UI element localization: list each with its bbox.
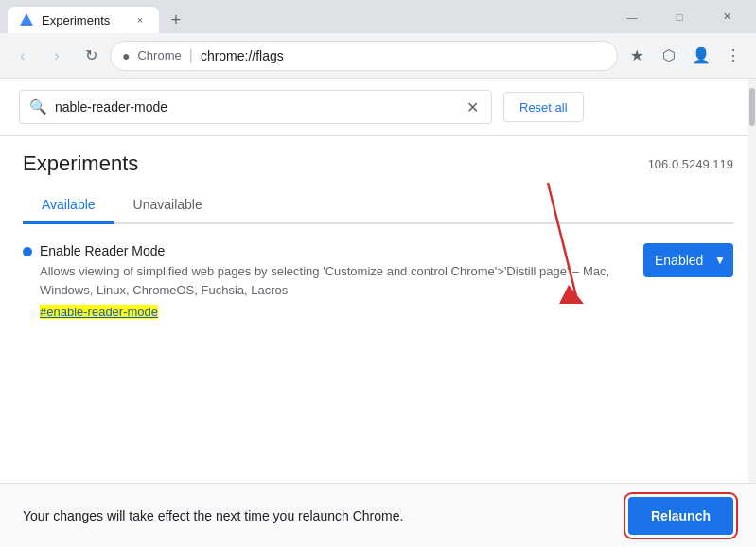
chrome-label: Chrome bbox=[137, 48, 181, 62]
separator: | bbox=[189, 47, 193, 64]
experiments-header: Experiments 106.0.5249.119 bbox=[0, 136, 756, 176]
search-icon: 🔍 bbox=[29, 98, 47, 115]
flag-status-select[interactable]: Default Enabled Disabled bbox=[643, 243, 733, 277]
tab-bar: Experiments × + bbox=[8, 0, 610, 33]
title-bar: Experiments × + — □ ✕ bbox=[0, 0, 756, 33]
back-button[interactable]: ‹ bbox=[8, 41, 38, 71]
flag-item: Enable Reader Mode Allows viewing of sim… bbox=[23, 243, 733, 319]
tab-available[interactable]: Available bbox=[23, 187, 114, 224]
refresh-button[interactable]: ↻ bbox=[76, 41, 106, 71]
content-area: 🔍 ✕ Reset all Experiments 106.0.5249.119… bbox=[0, 79, 756, 483]
relaunch-wrap: Relaunch bbox=[628, 497, 733, 535]
clear-search-button[interactable]: ✕ bbox=[463, 97, 482, 116]
tabs-row: Available Unavailable bbox=[23, 187, 733, 224]
page-title: Experiments bbox=[23, 151, 138, 176]
reset-all-button[interactable]: Reset all bbox=[503, 92, 584, 122]
flag-link-highlighted: enable-reader-mode bbox=[46, 305, 158, 319]
maximize-button[interactable]: □ bbox=[658, 2, 701, 32]
flags-list: Enable Reader Mode Allows viewing of sim… bbox=[0, 224, 756, 338]
tab-title: Experiments bbox=[42, 13, 125, 27]
relaunch-button[interactable]: Relaunch bbox=[628, 497, 733, 535]
search-bar-section: 🔍 ✕ Reset all bbox=[0, 79, 756, 136]
browser-window: Experiments × + — □ ✕ ‹ › ↻ ● Chrome | c… bbox=[0, 0, 756, 547]
scrollbar-thumb[interactable] bbox=[749, 88, 755, 126]
svg-marker-0 bbox=[20, 13, 33, 26]
bookmark-button[interactable]: ★ bbox=[622, 41, 652, 71]
tab-unavailable[interactable]: Unavailable bbox=[114, 187, 221, 224]
window-controls: — □ ✕ bbox=[610, 2, 748, 32]
flag-dot bbox=[23, 247, 32, 256]
red-arrow-decoration bbox=[519, 173, 595, 325]
new-tab-button[interactable]: + bbox=[163, 7, 189, 33]
tab-favicon bbox=[19, 12, 34, 27]
address-bar[interactable]: ● Chrome | chrome://flags bbox=[110, 41, 618, 71]
cast-button[interactable]: ⬡ bbox=[654, 41, 684, 71]
bottom-bar: Your changes will take effect the next t… bbox=[0, 483, 756, 547]
scrollbar[interactable] bbox=[748, 79, 756, 483]
svg-line-1 bbox=[548, 183, 576, 296]
version-text: 106.0.5249.119 bbox=[648, 157, 733, 171]
profile-button[interactable]: 👤 bbox=[686, 41, 716, 71]
svg-marker-2 bbox=[559, 285, 584, 304]
menu-button[interactable]: ⋮ bbox=[718, 41, 748, 71]
url-text: chrome://flags bbox=[201, 48, 606, 63]
enabled-select-wrap: Default Enabled Disabled ▼ bbox=[643, 243, 733, 277]
active-tab[interactable]: Experiments × bbox=[8, 7, 159, 33]
flag-control: Default Enabled Disabled ▼ bbox=[643, 243, 733, 277]
changes-notice-text: Your changes will take effect the next t… bbox=[23, 508, 403, 523]
toolbar-actions: ★ ⬡ 👤 ⋮ bbox=[622, 41, 748, 71]
forward-button[interactable]: › bbox=[42, 41, 72, 71]
browser-toolbar: ‹ › ↻ ● Chrome | chrome://flags ★ ⬡ 👤 ⋮ bbox=[0, 33, 756, 79]
minimize-button[interactable]: — bbox=[610, 2, 654, 32]
security-icon: ● bbox=[122, 48, 130, 63]
close-button[interactable]: ✕ bbox=[705, 2, 748, 32]
search-box: 🔍 ✕ bbox=[19, 90, 492, 124]
tab-close-button[interactable]: × bbox=[132, 12, 148, 27]
search-input[interactable] bbox=[55, 99, 455, 115]
